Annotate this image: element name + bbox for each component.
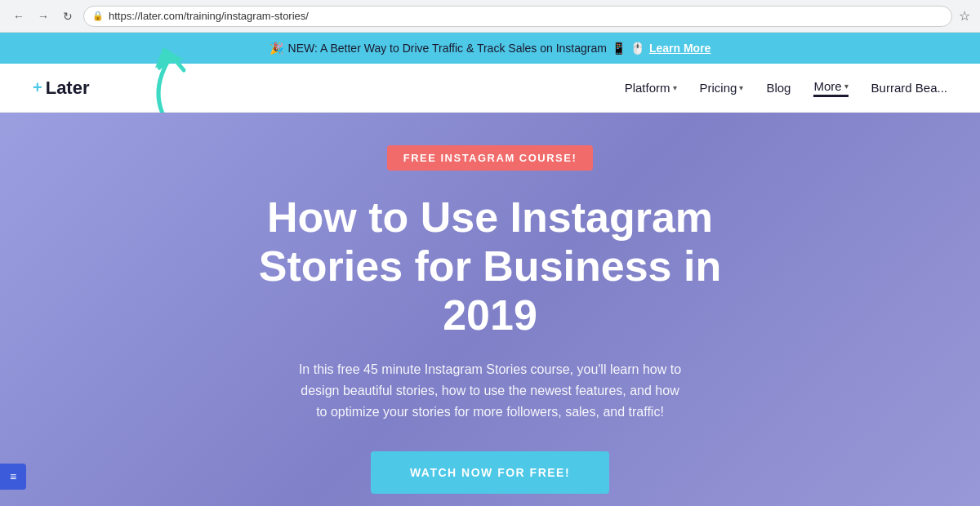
nav-item-platform[interactable]: Platform ▾ [625,81,677,95]
logo-plus-icon: + [33,78,42,97]
nav-item-more[interactable]: More ▾ [813,79,848,97]
announcement-bar: 🎉 NEW: A Better Way to Drive Traffic & T… [0,33,980,64]
chevron-down-icon: ▾ [673,83,677,92]
lock-icon: 🔒 [92,11,104,21]
nav-link-pricing[interactable]: Pricing ▾ [700,81,744,95]
bookmark-star-icon[interactable]: ☆ [959,8,970,24]
back-button[interactable]: ← [10,7,28,25]
url-text: https://later.com/training/instagram-sto… [109,10,309,22]
nav-item-blog[interactable]: Blog [766,81,791,95]
announcement-emoji: 🎉 [270,42,283,55]
refresh-button[interactable]: ↻ [59,7,77,25]
forward-button[interactable]: → [34,7,52,25]
logo-text: Later [46,78,90,99]
cta-watch-button[interactable]: WATCH NOW FOR FREE! [371,451,609,494]
browser-chrome: ← → ↻ 🔒 https://later.com/training/insta… [0,0,980,33]
hero-subtitle: In this free 45 minute Instagram Stories… [294,359,686,422]
free-badge: FREE INSTAGRAM COURSE! [387,145,594,171]
chat-icon: ≡ [10,470,16,483]
main-nav: + Later Platform ▾ Pricing ▾ Blog More ▾ [0,64,980,113]
hero-section: FREE INSTAGRAM COURSE! How to Use Instag… [0,113,980,506]
announcement-text: NEW: A Better Way to Drive Traffic & Tra… [288,42,607,55]
nav-item-pricing[interactable]: Pricing ▾ [700,81,744,95]
nav-link-platform[interactable]: Platform ▾ [625,81,677,95]
chat-sidebar-button[interactable]: ≡ [0,464,26,490]
announcement-link[interactable]: Learn More [649,42,710,55]
nav-link-blog[interactable]: Blog [766,81,791,95]
address-bar[interactable]: 🔒 https://later.com/training/instagram-s… [83,6,952,27]
account-menu[interactable]: Burrard Bea... [871,81,947,95]
nav-links: Platform ▾ Pricing ▾ Blog More ▾ [625,79,849,97]
chevron-down-icon: ▾ [844,82,849,91]
nav-link-more[interactable]: More ▾ [813,79,848,97]
hero-title: How to Use Instagram Stories for Busines… [212,193,768,340]
site-logo[interactable]: + Later [33,78,89,99]
chevron-down-icon: ▾ [739,83,743,92]
announcement-emoji2: 📱 [612,42,626,55]
announcement-emoji3: 🖱️ [630,42,644,55]
